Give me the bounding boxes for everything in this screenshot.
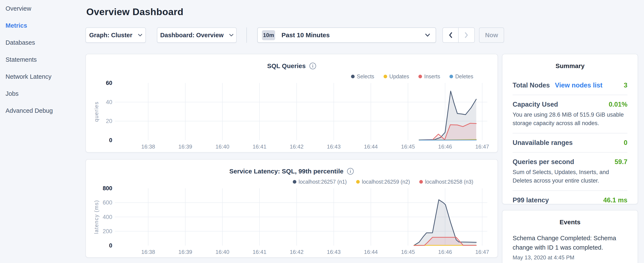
chevron-left-icon [448, 32, 452, 38]
summary-row-label: Unavailable ranges [512, 139, 573, 147]
chevron-right-icon [464, 32, 468, 38]
view-nodes-list-link[interactable]: View nodes list [555, 82, 602, 89]
service-latency-plot[interactable]: 16:3816:3916:4016:4116:4216:4316:4416:45… [86, 160, 498, 258]
sql-queries-plot[interactable]: 16:3816:3916:4016:4116:4216:4316:4416:45… [86, 54, 498, 153]
x-tick-label: 16:44 [364, 249, 378, 255]
sql-queries-chart-card: SQL Queries i SelectsUpdatesInsertsDelet… [86, 54, 498, 153]
summary-title: Summary [512, 62, 628, 70]
summary-row-value: 3 [624, 82, 628, 89]
graph-dropdown[interactable]: Graph: Cluster [86, 28, 146, 43]
summary-row: Total NodesView nodes list3 [512, 82, 628, 89]
time-range-badge: 10m [262, 30, 275, 40]
y-tick-label: 600 [103, 199, 112, 206]
y-tick-label: 800 [103, 185, 112, 191]
x-tick-label: 16:45 [401, 143, 415, 150]
x-tick-label: 16:39 [178, 249, 192, 255]
events-title: Events [512, 218, 628, 226]
event-timestamp: May 13, 2020 at 4:45 PM [512, 254, 628, 261]
x-tick-label: 16:41 [252, 249, 266, 255]
summary-row-value: 0 [624, 139, 628, 147]
sidebar: OverviewMetricsDatabasesStatementsNetwor… [0, 0, 86, 263]
page-title: Overview Dashboard [86, 7, 184, 18]
sidebar-item-statements[interactable]: Statements [0, 51, 86, 68]
controls-bar: Graph: Cluster Dashboard: Overview 10m P… [86, 28, 504, 43]
event-list: Schema Change Completed: Schema change w… [512, 233, 628, 261]
service-latency-chart-card: Service Latency: SQL, 99th percentile i … [86, 159, 498, 258]
graph-dropdown-label: Graph: Cluster [89, 32, 132, 39]
x-tick-label: 16:41 [252, 143, 266, 150]
divider [512, 133, 628, 133]
divider [512, 152, 628, 153]
summary-row: Unavailable ranges0 [512, 139, 628, 147]
x-tick-label: 16:43 [327, 143, 340, 150]
divider [512, 190, 628, 191]
chevron-down-icon [138, 34, 142, 37]
y-tick-label: 0 [109, 242, 112, 249]
y-tick-label: 400 [103, 214, 112, 220]
y-axis-label: latency (ms) [93, 200, 99, 234]
summary-row-description: You are using 28.6 MiB of 515.9 GiB usab… [512, 110, 628, 127]
sidebar-item-databases[interactable]: Databases [0, 34, 86, 51]
time-pager [442, 28, 475, 43]
x-tick-label: 16:47 [475, 143, 489, 150]
sidebar-nav-list: OverviewMetricsDatabasesStatementsNetwor… [0, 0, 86, 119]
y-tick-label: 200 [103, 228, 112, 234]
time-forward-button[interactable] [458, 28, 474, 42]
event-text: Schema Change Completed: Schema change w… [512, 233, 628, 252]
x-tick-label: 16:43 [327, 249, 340, 255]
x-tick-label: 16:38 [141, 143, 155, 150]
sidebar-item-metrics[interactable]: Metrics [0, 17, 86, 34]
chevron-down-icon [425, 34, 430, 37]
y-tick-label: 20 [106, 118, 112, 124]
x-tick-label: 16:46 [438, 249, 452, 255]
dashboard-dropdown[interactable]: Dashboard: Overview [157, 28, 237, 43]
sidebar-item-advanced-debug[interactable]: Advanced Debug [0, 102, 86, 119]
x-tick-label: 16:47 [475, 249, 489, 255]
summary-row: P99 latency46.1 ms [512, 196, 628, 204]
summary-row-description: Sum of Selects, Updates, Inserts, and De… [512, 168, 628, 185]
summary-row-label: P99 latency [512, 196, 549, 204]
controls-divider [246, 28, 247, 43]
summary-panel: Summary Total NodesView nodes list3Capac… [502, 54, 638, 204]
y-tick-label: 40 [106, 99, 112, 105]
x-tick-label: 16:40 [216, 143, 230, 150]
sidebar-item-overview[interactable]: Overview [0, 0, 86, 17]
time-back-button[interactable] [443, 28, 458, 42]
sidebar-item-jobs[interactable]: Jobs [0, 85, 86, 102]
summary-row-value: 0.01% [609, 101, 628, 108]
x-tick-label: 16:44 [364, 143, 378, 150]
summary-row-label: Queries per second [512, 158, 574, 166]
summary-row: Capacity Used0.01% [512, 101, 628, 108]
x-tick-label: 16:40 [216, 249, 230, 255]
summary-row: Queries per second59.7 [512, 158, 628, 166]
y-axis-label: queries [93, 102, 99, 122]
x-tick-label: 16:42 [290, 143, 304, 150]
summary-row-label: Capacity Used [512, 101, 558, 108]
summary-row-value: 59.7 [615, 158, 628, 166]
summary-row-value: 46.1 ms [603, 196, 628, 204]
y-tick-label: 60 [106, 80, 112, 86]
y-tick-label: 0 [109, 137, 112, 143]
chevron-down-icon [229, 34, 234, 37]
sidebar-item-network-latency[interactable]: Network Latency [0, 68, 86, 85]
divider [512, 95, 628, 95]
time-range-label: Past 10 Minutes [282, 32, 330, 39]
now-button[interactable]: Now [479, 28, 504, 43]
x-tick-label: 16:46 [438, 143, 452, 150]
summary-rows: Total NodesView nodes list3Capacity Used… [512, 82, 628, 204]
events-panel: Events Schema Change Completed: Schema c… [502, 210, 638, 263]
dashboard-dropdown-label: Dashboard: Overview [160, 32, 224, 39]
x-tick-label: 16:42 [290, 249, 304, 255]
x-tick-label: 16:38 [141, 249, 155, 255]
x-tick-label: 16:45 [401, 249, 415, 255]
summary-row-label: Total Nodes [512, 82, 550, 89]
x-tick-label: 16:39 [178, 143, 192, 150]
time-range-dropdown[interactable]: 10m Past 10 Minutes [257, 28, 436, 43]
